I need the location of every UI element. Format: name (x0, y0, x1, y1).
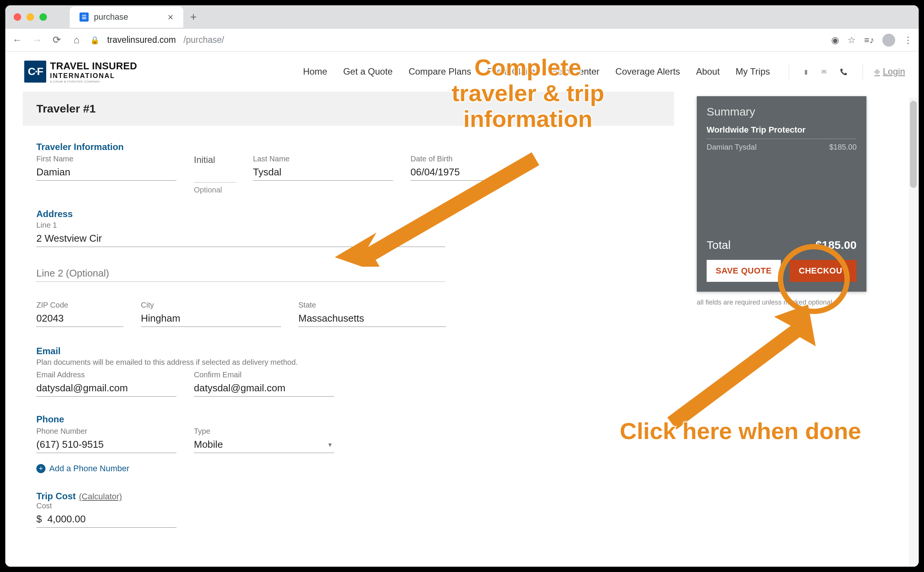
city-field[interactable] (141, 311, 281, 327)
login-icon: ⎆ (874, 66, 880, 77)
nav-home[interactable]: Home (303, 66, 327, 77)
city-label: City (141, 301, 281, 309)
site-logo[interactable]: C·F TRAVEL INSURED INTERNATIONAL A CRUM … (24, 60, 137, 83)
required-note: all fields are required unless marked op… (697, 299, 866, 306)
header-action-icons: ▮ ✉ 📞 (789, 64, 848, 80)
email-heading: Email (36, 346, 660, 356)
tab-favicon: ☰ (80, 13, 89, 22)
confirm-email-field[interactable] (194, 381, 334, 397)
email-field[interactable] (36, 381, 176, 397)
first-name-label: First Name (36, 155, 176, 163)
browser-toolbar: ← → ⟳ ⌂ 🔒 travelinsured.com/purchase/ ◉ … (5, 29, 919, 52)
summary-column: Summary Worldwide Trip Protector Damian … (697, 96, 866, 543)
summary-box: Summary Worldwide Trip Protector Damian … (697, 96, 866, 292)
profile-avatar[interactable] (882, 34, 895, 47)
cost-label: Cost (36, 502, 176, 510)
last-name-field[interactable] (253, 165, 393, 181)
chat-icon[interactable]: ▮ (804, 68, 808, 75)
dob-label: Date of Birth (410, 155, 494, 163)
address-heading: Address (36, 209, 660, 219)
forward-icon[interactable]: → (31, 34, 43, 46)
summary-plan: Worldwide Trip Protector (707, 125, 857, 139)
first-name-field[interactable] (36, 165, 176, 181)
scrollbar-thumb[interactable] (910, 101, 917, 188)
summary-traveler-row: Damian Tysdal $185.00 (707, 143, 857, 152)
cost-field[interactable] (36, 512, 176, 528)
tab-title: purchase (94, 12, 128, 22)
traffic-lights (14, 13, 47, 21)
confirm-email-label: Confirm Email (194, 370, 334, 379)
close-window-icon[interactable] (14, 13, 21, 21)
save-quote-button[interactable]: SAVE QUOTE (707, 260, 781, 282)
nav-file-claim[interactable]: File a Claim (487, 66, 535, 77)
initial-field[interactable] (194, 167, 236, 183)
line1-field[interactable] (36, 231, 445, 247)
scrollbar-track[interactable] (909, 98, 918, 567)
logo-line1: TRAVEL INSURED (50, 60, 137, 72)
extension-icon[interactable]: ◉ (831, 35, 839, 45)
minimize-window-icon[interactable] (27, 13, 34, 21)
back-icon[interactable]: ← (11, 34, 23, 46)
line1-label: Line 1 (36, 221, 445, 230)
nav-about[interactable]: About (696, 66, 720, 77)
email-sub: Plan documents will be emailed to this a… (36, 358, 660, 367)
line2-field[interactable] (36, 266, 445, 282)
phone-heading: Phone (36, 414, 660, 425)
traveler-card-header: Traveler #1 (23, 92, 674, 126)
state-field[interactable] (298, 311, 446, 327)
home-icon[interactable]: ⌂ (70, 34, 83, 46)
calculator-link[interactable]: (Calculator) (79, 492, 122, 501)
login-label: Login (883, 66, 905, 77)
summary-total-amount: $185.00 (816, 239, 857, 252)
fullscreen-window-icon[interactable] (39, 13, 47, 21)
trip-cost-heading: Trip Cost (36, 491, 76, 501)
logo-line2: INTERNATIONAL (50, 72, 137, 80)
reader-icon[interactable]: ≡♪ (864, 35, 874, 45)
zip-label: ZIP Code (36, 301, 123, 309)
kebab-menu-icon[interactable]: ⋮ (904, 35, 913, 45)
url-host[interactable]: travelinsured.com (107, 35, 176, 45)
url-path[interactable]: /purchase/ (184, 35, 224, 45)
checkout-button[interactable]: CHECKOUT (790, 260, 857, 282)
nav-coverage-alerts[interactable]: Coverage Alerts (615, 66, 680, 77)
phone-icon[interactable]: 📞 (840, 68, 848, 75)
last-name-label: Last Name (253, 155, 393, 163)
bookmark-icon[interactable]: ☆ (848, 35, 856, 45)
zip-field[interactable] (36, 311, 123, 327)
login-link[interactable]: ⎆ Login (863, 64, 905, 80)
logo-badge: C·F (24, 61, 46, 83)
nav-compare-plans[interactable]: Compare Plans (409, 66, 471, 77)
state-label: State (298, 301, 446, 309)
nav-my-trips[interactable]: My Trips (736, 66, 770, 77)
browser-tab[interactable]: ☰ purchase × (70, 6, 183, 28)
browser-window: ☰ purchase × + ← → ⟳ ⌂ 🔒 travelinsured.c… (5, 5, 919, 567)
add-phone-label: Add a Phone Number (49, 464, 130, 474)
phone-label: Phone Number (36, 427, 176, 436)
initial-label: Initial (194, 155, 236, 165)
lock-icon: 🔒 (90, 36, 100, 45)
nav-get-quote[interactable]: Get a Quote (343, 66, 393, 77)
new-tab-button[interactable]: + (190, 11, 197, 23)
traveler-info-heading: Traveler Information (36, 142, 660, 152)
dob-field[interactable] (410, 165, 494, 181)
plus-circle-icon: + (36, 464, 45, 473)
close-tab-icon[interactable]: × (168, 11, 173, 23)
chevron-down-icon: ▾ (328, 441, 332, 449)
page-viewport: C·F TRAVEL INSURED INTERNATIONAL A CRUM … (5, 52, 919, 567)
toolbar-right: ◉ ☆ ≡♪ ⋮ (831, 34, 913, 47)
page-body: Traveler #1 Traveler Information First N… (5, 92, 919, 543)
email-label: Email Address (36, 370, 176, 379)
window-titlebar: ☰ purchase × + (5, 5, 919, 29)
phone-field[interactable] (36, 437, 176, 453)
mail-icon[interactable]: ✉ (821, 68, 826, 75)
add-phone-button[interactable]: + Add a Phone Number (36, 464, 660, 474)
traveler-form: Traveler #1 Traveler Information First N… (23, 92, 674, 543)
site-header: C·F TRAVEL INSURED INTERNATIONAL A CRUM … (5, 52, 919, 92)
traveler-card-body: Traveler Information First Name Initial … (23, 126, 674, 543)
phone-type-select[interactable] (194, 437, 334, 453)
nav-help-center[interactable]: Help Center (551, 66, 599, 77)
summary-title: Summary (707, 105, 857, 118)
reload-icon[interactable]: ⟳ (51, 34, 63, 46)
summary-traveler-name: Damian Tysdal (707, 143, 757, 152)
logo-line3: A CRUM & FORSTER COMPANY (50, 80, 137, 83)
